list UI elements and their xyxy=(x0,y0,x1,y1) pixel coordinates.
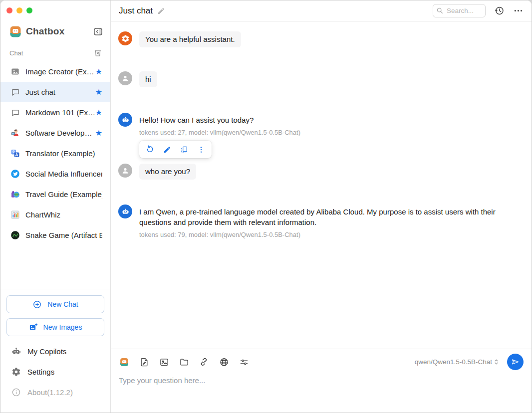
robot-icon xyxy=(11,347,21,356)
translate-icon xyxy=(10,149,20,158)
sidebar-item-snake-game[interactable]: Snake Game (Artifact E… xyxy=(0,225,110,245)
my-copilots-label: My Copilots xyxy=(27,347,66,356)
snake-game-icon xyxy=(10,230,20,240)
assistant-robot-avatar xyxy=(118,113,132,127)
new-images-button[interactable]: New Images xyxy=(6,318,104,336)
user-avatar xyxy=(118,71,132,85)
app-window: Chatbox Chat xyxy=(0,0,532,413)
settings-label: Settings xyxy=(27,368,54,376)
about-item[interactable]: About(1.12.2) xyxy=(6,382,104,403)
composer: qwen/Qwen1.5-0.5B-Chat xyxy=(111,349,532,413)
assistant-robot-avatar xyxy=(118,205,132,218)
settings-item[interactable]: Settings xyxy=(6,362,104,382)
edit-message-icon[interactable] xyxy=(163,145,171,154)
chatbox-mini-logo-icon[interactable] xyxy=(119,357,129,367)
sidebar-item-label: Software Develop… xyxy=(25,129,92,137)
about-label: About(1.12.2) xyxy=(27,388,73,397)
sidebar-item-label: Travel Guide (Example) xyxy=(25,190,102,199)
message-list: You are a helpful assistant. hi xyxy=(111,21,532,349)
attach-image-icon[interactable] xyxy=(159,357,169,367)
star-icon[interactable]: ★ xyxy=(95,109,102,117)
message-user: hi xyxy=(118,71,520,87)
minimize-window-button[interactable] xyxy=(16,7,22,13)
travel-globe-icon xyxy=(10,190,20,199)
gear-icon xyxy=(11,367,21,377)
new-chat-label: New Chat xyxy=(47,300,78,308)
model-selector[interactable]: qwen/Qwen1.5-0.5B-Chat xyxy=(415,358,501,366)
sidebar-item-social-media-influencer[interactable]: Social Media Influencer … xyxy=(0,164,110,184)
window-controls xyxy=(0,0,110,13)
star-icon[interactable]: ★ xyxy=(95,68,102,76)
user-avatar xyxy=(118,164,132,178)
bar-chart-icon xyxy=(10,210,20,219)
attach-file-folder-icon[interactable] xyxy=(179,357,189,367)
chat-header: Just chat xyxy=(111,0,532,21)
new-chat-button[interactable]: New Chat xyxy=(6,295,104,313)
sidebar-item-label: ChartWhiz xyxy=(25,210,60,219)
sidebar-item-software-developer[interactable]: Software Develop… ★ xyxy=(0,123,110,143)
sidebar-item-chartwhiz[interactable]: ChartWhiz xyxy=(0,205,110,225)
collapse-sidebar-icon[interactable] xyxy=(92,26,103,37)
message-input[interactable] xyxy=(119,376,524,406)
sidebar-item-just-chat[interactable]: Just chat ★ xyxy=(0,82,110,102)
zoom-window-button[interactable] xyxy=(26,7,32,13)
model-name: qwen/Qwen1.5-0.5B-Chat xyxy=(415,358,492,366)
star-icon[interactable]: ★ xyxy=(95,129,102,137)
message-assistant: Hello! How can I assist you today? token… xyxy=(118,113,520,158)
copy-icon[interactable] xyxy=(180,145,188,154)
close-window-button[interactable] xyxy=(6,7,12,13)
regenerate-icon[interactable] xyxy=(146,145,154,154)
web-browsing-globe-icon[interactable] xyxy=(219,357,229,367)
message-meta: tokens used: 27, model: vllm(qwen/Qwen1.… xyxy=(139,129,300,136)
chat-panel: Just chat xyxy=(111,0,532,413)
message-text: hi xyxy=(139,71,157,87)
twitter-icon xyxy=(10,169,20,179)
message-assistant: I am Qwen, a pre-trained language model … xyxy=(118,205,520,238)
message-user: who are you? xyxy=(118,164,520,180)
message-meta: tokens used: 79, model: vllm(qwen/Qwen1.… xyxy=(139,231,520,238)
sidebar-item-label: Social Media Influencer … xyxy=(25,170,102,178)
sidebar-item-label: Image Creator (Ex… xyxy=(25,67,94,76)
quote-file-icon[interactable] xyxy=(139,357,149,367)
new-image-icon xyxy=(29,323,38,332)
sidebar-item-translator[interactable]: Translator (Example) xyxy=(0,143,110,164)
more-vert-icon[interactable] xyxy=(197,145,205,154)
edit-title-pencil-icon[interactable] xyxy=(157,7,165,15)
message-system: You are a helpful assistant. xyxy=(118,31,520,47)
send-button[interactable] xyxy=(507,354,524,370)
history-icon[interactable] xyxy=(494,5,505,16)
chatbox-logo-icon xyxy=(9,25,21,37)
send-plane-icon xyxy=(511,357,520,367)
sidebar: Chatbox Chat xyxy=(0,0,111,413)
my-copilots-item[interactable]: My Copilots xyxy=(6,341,104,362)
sidebar-item-label: Just chat xyxy=(25,88,55,96)
settings-sliders-icon[interactable] xyxy=(239,357,249,367)
sidebar-item-image-creator[interactable]: Image Creator (Ex… ★ xyxy=(0,61,110,82)
message-text: I am Qwen, a pre-trained language model … xyxy=(139,205,520,227)
app-title: Chatbox xyxy=(26,26,64,37)
new-images-label: New Images xyxy=(43,323,82,331)
info-icon xyxy=(11,388,21,397)
sidebar-item-label: Snake Game (Artifact E… xyxy=(25,231,102,239)
message-toolbar xyxy=(139,141,212,158)
plus-circle-icon xyxy=(32,300,42,309)
technologist-icon xyxy=(10,128,20,138)
chat-bubble-icon xyxy=(10,87,20,97)
chat-title: Just chat xyxy=(119,6,153,16)
attach-link-icon[interactable] xyxy=(199,357,209,367)
sidebar-item-travel-guide[interactable]: Travel Guide (Example) xyxy=(0,184,110,205)
sidebar-item-markdown-101[interactable]: Markdown 101 (Ex… ★ xyxy=(0,102,110,123)
star-icon[interactable]: ★ xyxy=(95,88,102,96)
system-gear-avatar xyxy=(118,31,132,45)
search-icon xyxy=(436,7,443,14)
message-text: You are a helpful assistant. xyxy=(139,31,241,47)
more-options-icon[interactable] xyxy=(513,5,524,16)
sidebar-item-label: Markdown 101 (Ex… xyxy=(25,108,95,117)
chat-bubble-icon xyxy=(10,108,20,117)
unfold-chevrons-icon xyxy=(492,358,501,366)
sidebar-item-label: Translator (Example) xyxy=(25,149,95,158)
message-text: who are you? xyxy=(139,164,196,180)
message-text: Hello! How can I assist you today? xyxy=(139,113,300,125)
clear-conversations-icon[interactable] xyxy=(93,48,102,57)
search-box xyxy=(433,4,486,17)
